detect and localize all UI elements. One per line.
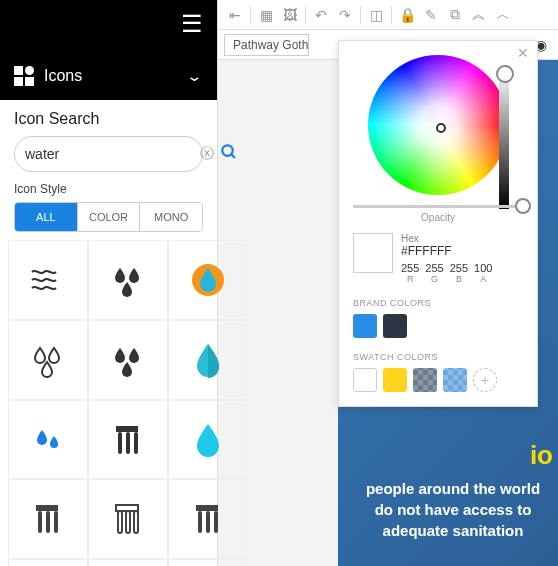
tool-redo-icon[interactable]: ↷ xyxy=(334,4,356,26)
icon-drops-outline[interactable] xyxy=(8,320,88,400)
icon-sidebar: ☰ Icons ⌄ Icon Search ⓧ Icon Style ALL C… xyxy=(0,0,218,566)
icon-grid: H2O xyxy=(0,240,217,566)
clear-search-icon[interactable]: ⓧ xyxy=(200,145,214,163)
brightness-slider[interactable] xyxy=(499,69,509,209)
brightness-handle[interactable] xyxy=(496,65,514,83)
design-line3: adequate sanitation xyxy=(358,520,548,541)
icon-drops-dark[interactable] xyxy=(88,240,168,320)
icon-waterfall-photo[interactable] xyxy=(88,559,168,566)
icon-waterfall-outline[interactable] xyxy=(88,479,168,559)
icon-waves[interactable] xyxy=(8,240,88,320)
hex-label: Hex xyxy=(401,233,492,244)
icon-drops-blue[interactable] xyxy=(8,400,88,480)
icon-style-label: Icon Style xyxy=(14,182,203,196)
shapes-icon xyxy=(14,66,34,86)
tool-image-icon[interactable]: ▦ xyxy=(255,4,277,26)
icon-drops-solid[interactable] xyxy=(88,320,168,400)
hex-value[interactable]: #FFFFFF xyxy=(401,244,492,258)
b-value[interactable]: 255 xyxy=(450,262,468,274)
g-value[interactable]: 255 xyxy=(425,262,443,274)
svg-rect-14 xyxy=(134,511,138,533)
design-line2: do not have access to xyxy=(358,499,548,520)
brand-colors-label: BRAND COLORS xyxy=(353,298,523,308)
opacity-label: Opacity xyxy=(353,212,523,223)
tool-chevron-up-icon[interactable]: ︿ xyxy=(492,4,514,26)
swatch-white[interactable] xyxy=(353,368,377,392)
svg-rect-4 xyxy=(118,432,122,454)
svg-rect-9 xyxy=(46,511,50,533)
canvas-area: ⇤ ▦ 🖼 ↶ ↷ ◫ 🔒 ✎ ⧉ ︽ ︿ Pathway Gothic ◉ i… xyxy=(218,0,558,566)
svg-rect-10 xyxy=(54,511,58,533)
panel-label: Icons xyxy=(44,67,186,85)
search-input[interactable] xyxy=(25,146,200,162)
search-title: Icon Search xyxy=(14,110,203,128)
tool-crop-icon[interactable]: ◫ xyxy=(365,4,387,26)
opacity-slider[interactable] xyxy=(353,205,523,208)
color-wheel-handle[interactable] xyxy=(436,123,446,133)
design-yellow-text: io xyxy=(530,440,553,471)
opacity-handle[interactable] xyxy=(515,198,531,214)
color-preview xyxy=(353,233,393,273)
panel-toggle-icons[interactable]: Icons ⌄ xyxy=(0,52,217,100)
svg-rect-8 xyxy=(38,511,42,533)
svg-rect-16 xyxy=(198,511,202,533)
tool-layer-up-icon[interactable]: ︽ xyxy=(468,4,490,26)
svg-rect-5 xyxy=(126,432,130,454)
svg-rect-7 xyxy=(36,505,58,511)
icon-waterfall-1[interactable] xyxy=(8,479,88,559)
svg-rect-13 xyxy=(126,511,130,533)
swatch-lightblue[interactable] xyxy=(443,368,467,392)
svg-rect-17 xyxy=(206,511,210,533)
add-swatch-button[interactable]: + xyxy=(473,368,497,392)
color-wheel[interactable] xyxy=(368,55,508,195)
tool-picture-icon[interactable]: 🖼 xyxy=(279,4,301,26)
style-segmented: ALL COLOR MONO xyxy=(14,202,203,232)
tab-all[interactable]: ALL xyxy=(15,203,77,231)
design-line1: people around the world xyxy=(358,478,548,499)
font-select[interactable]: Pathway Gothic xyxy=(224,34,309,56)
tool-edit-icon[interactable]: ✎ xyxy=(420,4,442,26)
design-body-text: people around the world do not have acce… xyxy=(358,478,548,541)
swatch-colors-label: SWATCH COLORS xyxy=(353,352,523,362)
svg-rect-3 xyxy=(116,426,138,432)
tool-copy-icon[interactable]: ⧉ xyxy=(444,4,466,26)
swatch-row: + xyxy=(353,368,523,392)
r-value[interactable]: 255 xyxy=(401,262,419,274)
tab-mono[interactable]: MONO xyxy=(139,203,202,231)
brand-swatch-1[interactable] xyxy=(353,314,377,338)
brand-swatch-2[interactable] xyxy=(383,314,407,338)
swatch-yellow[interactable] xyxy=(383,368,407,392)
tool-undo-icon[interactable]: ↶ xyxy=(310,4,332,26)
tool-lock-icon[interactable]: 🔒 xyxy=(396,4,418,26)
swatch-grayblue[interactable] xyxy=(413,368,437,392)
a-value[interactable]: 100 xyxy=(474,262,492,274)
color-picker-panel: ✕ Opacity Hex #FFFFFF 255R 255G 255B xyxy=(338,40,538,407)
icon-waterfall-bold[interactable] xyxy=(8,559,88,566)
chevron-down-icon: ⌄ xyxy=(186,68,203,85)
icon-waterfall-dark[interactable] xyxy=(88,400,168,480)
tool-text-direction-icon[interactable]: ⇤ xyxy=(224,4,246,26)
brand-swatches xyxy=(353,314,523,338)
svg-rect-6 xyxy=(134,432,138,454)
tab-color[interactable]: COLOR xyxy=(77,203,140,231)
svg-rect-15 xyxy=(196,505,218,511)
svg-rect-18 xyxy=(214,511,218,533)
sidebar-header: ☰ Icons ⌄ xyxy=(0,0,217,100)
menu-icon[interactable]: ☰ xyxy=(181,10,203,38)
search-field-wrap: ⓧ xyxy=(14,136,203,172)
top-toolbar: ⇤ ▦ 🖼 ↶ ↷ ◫ 🔒 ✎ ⧉ ︽ ︿ xyxy=(218,0,558,30)
svg-rect-12 xyxy=(118,511,122,533)
